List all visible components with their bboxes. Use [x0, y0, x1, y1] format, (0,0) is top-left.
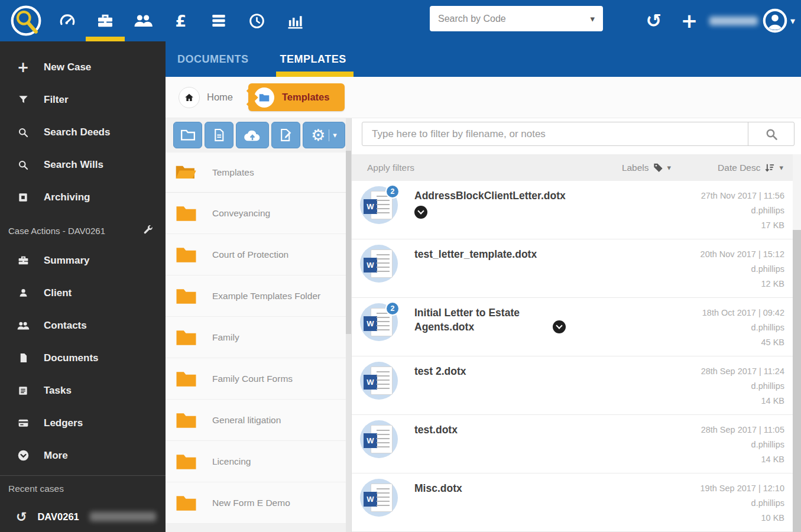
- tree-folder-general-litigation[interactable]: General litigation: [166, 400, 351, 441]
- file-name[interactable]: test_letter_template.dotx: [414, 248, 657, 262]
- ledger-card-icon: [16, 417, 30, 429]
- sort-control[interactable]: Date Desc ▾: [718, 162, 783, 174]
- time-icon[interactable]: [238, 0, 275, 41]
- sidebar-item-new-case[interactable]: + New Case: [0, 51, 166, 83]
- tree-root-templates[interactable]: Templates: [166, 153, 351, 193]
- sidebar-item-search-wills[interactable]: Search Wills: [0, 148, 166, 181]
- file-name[interactable]: Misc.dotx: [414, 482, 657, 496]
- tabs: DOCUMENTS TEMPLATES: [166, 41, 801, 77]
- tree-scrollbar[interactable]: [346, 118, 351, 532]
- top-bar: £ Search by Code ▾ ↺ + ▾: [0, 0, 801, 41]
- tree-folder-licencing[interactable]: Licencing: [166, 441, 351, 482]
- pound-glyph: £: [176, 12, 187, 30]
- word-file-icon[interactable]: W 2: [360, 186, 398, 224]
- file-list-scrollbar-thumb[interactable]: [793, 230, 801, 532]
- recent-case-code: DAV0261: [37, 511, 79, 523]
- tab-documents[interactable]: DOCUMENTS: [177, 41, 249, 77]
- tree-folder-new-form-e-demo[interactable]: New Form E Demo: [166, 482, 351, 524]
- tree-folder-family-court-forms[interactable]: Family Court Forms: [166, 358, 351, 400]
- file-author: d.phillips: [657, 203, 784, 218]
- tree-scrollbar-thumb[interactable]: [346, 151, 351, 334]
- sort-desc-icon: [764, 162, 776, 174]
- user-menu[interactable]: ▾: [763, 8, 795, 33]
- sidebar-item-summary[interactable]: Summary: [0, 244, 166, 277]
- word-file-icon[interactable]: W 2: [360, 303, 398, 341]
- sidebar-item-contacts[interactable]: Contacts: [0, 309, 166, 342]
- sidebar-item-documents[interactable]: Documents: [0, 342, 166, 374]
- add-button[interactable]: +: [674, 0, 705, 41]
- sidebar-item-tasks[interactable]: Tasks: [0, 374, 166, 407]
- expand-chevron-icon[interactable]: [414, 206, 427, 219]
- app-logo-icon[interactable]: [4, 0, 48, 41]
- file-name[interactable]: Initial Letter to Estate Agents.dotx: [414, 306, 549, 334]
- folder-icon: [176, 205, 197, 222]
- top-right-controls: ↺ + ▾: [638, 0, 795, 41]
- file-name[interactable]: test 2.dotx: [414, 365, 657, 379]
- labels-control[interactable]: Labels ▾: [622, 162, 671, 173]
- new-folder-button[interactable]: [173, 122, 202, 148]
- sidebar-item-ledgers[interactable]: Ledgers: [0, 407, 166, 439]
- word-file-icon[interactable]: W: [360, 245, 398, 283]
- cases-icon[interactable]: [86, 0, 124, 41]
- dashboard-icon[interactable]: [48, 0, 86, 41]
- file-row[interactable]: W 2 AddressBlockClientLetter.dotx 27th N…: [352, 181, 793, 239]
- file-date: 28th Sep 2017 | 11:24: [657, 364, 784, 379]
- recent-case-name-redacted: [90, 512, 156, 521]
- file-list-scrollbar[interactable]: [793, 154, 801, 532]
- tree-folder-example-templates[interactable]: Example Templates Folder: [166, 275, 351, 317]
- file-size: 10 KB: [657, 511, 784, 525]
- history-icon: ↺: [16, 510, 27, 524]
- filename-filter-input[interactable]: [362, 122, 748, 145]
- wrench-icon[interactable]: [142, 224, 154, 237]
- sort-label: Date Desc: [718, 163, 760, 173]
- tree-root-label: Templates: [212, 167, 254, 178]
- word-file-icon[interactable]: W: [360, 420, 398, 458]
- tree-folder-family[interactable]: Family: [166, 317, 351, 358]
- word-file-icon[interactable]: W: [360, 479, 398, 517]
- sidebar-item-filter[interactable]: Filter: [0, 83, 166, 116]
- finance-icon[interactable]: £: [162, 0, 200, 41]
- history-button[interactable]: ↺: [638, 0, 669, 41]
- contacts-nav-icon[interactable]: [124, 0, 162, 41]
- file-name[interactable]: test.dotx: [414, 423, 657, 437]
- chevron-down-icon: ▾: [667, 163, 672, 172]
- new-document-button[interactable]: [205, 122, 234, 148]
- search-by-code-dropdown[interactable]: Search by Code ▾: [430, 6, 603, 31]
- expand-chevron-icon[interactable]: [553, 320, 566, 333]
- edit-document-button[interactable]: [271, 122, 300, 148]
- sidebar-item-client[interactable]: Client: [0, 277, 166, 309]
- tree-folder-court-of-protection[interactable]: Court of Protection: [166, 234, 351, 275]
- home-icon: [179, 87, 200, 108]
- document-icon: [16, 352, 30, 364]
- sidebar-item-more[interactable]: More: [0, 439, 166, 472]
- tree-folder-conveyancing[interactable]: Conveyancing: [166, 193, 351, 234]
- tree-toolbar: ⚙ ▾: [166, 118, 351, 148]
- ledgers-nav-icon[interactable]: [200, 0, 238, 41]
- files-panel: Apply filters Labels ▾ Date Desc ▾ W 2 A…: [352, 118, 801, 532]
- file-row[interactable]: W test_letter_template.dotx 20th Nov 201…: [352, 239, 793, 298]
- search-dropdown-value: Search by Code: [438, 14, 590, 24]
- file-row[interactable]: W test.dotx 28th Sep 2017 | 11:05 d.phil…: [352, 415, 793, 473]
- divider: [329, 129, 329, 141]
- file-date: 19th Sep 2017 | 12:10: [657, 481, 784, 496]
- settings-button[interactable]: ⚙ ▾: [303, 122, 345, 148]
- sidebar-item-search-deeds[interactable]: Search Deeds: [0, 116, 166, 148]
- funnel-icon: [16, 94, 30, 105]
- recent-cases-header: Recent cases: [0, 476, 166, 502]
- file-name[interactable]: AddressBlockClientLetter.dotx: [414, 189, 657, 203]
- breadcrumb-current-label: Templates: [282, 92, 329, 103]
- reports-icon[interactable]: [275, 0, 313, 41]
- filter-search-button[interactable]: [748, 122, 794, 145]
- file-row[interactable]: W Misc.dotx 19th Sep 2017 | 12:10 d.phil…: [352, 473, 793, 532]
- apply-filters-button[interactable]: Apply filters: [367, 163, 414, 173]
- file-row[interactable]: W 2 Initial Letter to Estate Agents.dotx…: [352, 298, 793, 356]
- recent-case-item[interactable]: ↺ DAV0261: [0, 502, 166, 531]
- tab-templates[interactable]: TEMPLATES: [280, 41, 346, 77]
- breadcrumb-current[interactable]: Templates: [248, 83, 345, 111]
- breadcrumb-home[interactable]: Home: [179, 87, 233, 108]
- sidebar-item-archiving[interactable]: Archiving: [0, 181, 166, 213]
- upload-button[interactable]: [236, 122, 269, 148]
- file-row[interactable]: W test 2.dotx 28th Sep 2017 | 11:24 d.ph…: [352, 356, 793, 415]
- chevron-down-icon: ▾: [333, 131, 337, 140]
- word-file-icon[interactable]: W: [360, 362, 398, 400]
